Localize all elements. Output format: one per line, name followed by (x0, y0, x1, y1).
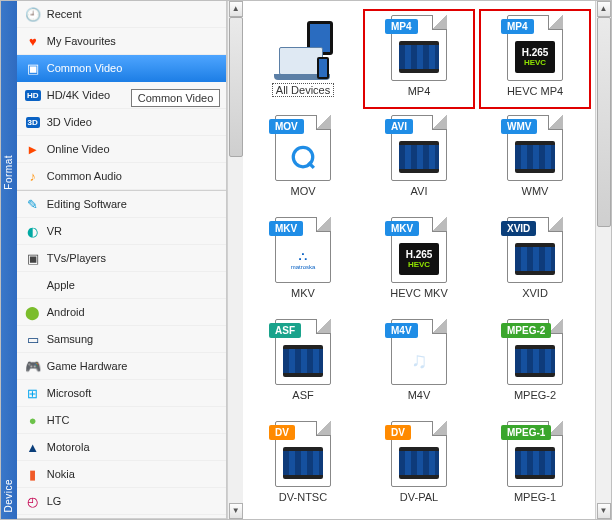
format-thumb (515, 243, 555, 275)
sidebar-item-tvs-players[interactable]: ▣TVs/Players (17, 245, 227, 272)
sidebar-item-game-hardware[interactable]: 🎮Game Hardware (17, 353, 227, 380)
format-tile-mov[interactable]: MOVMOV (247, 111, 359, 211)
format-thumb (515, 447, 555, 479)
sidebar-item-label: LG (47, 495, 62, 507)
format-tile-all-devices[interactable]: All Devices (247, 9, 359, 109)
sidebar-item-apple[interactable]: Apple (17, 272, 227, 299)
scroll-down-button[interactable]: ▼ (229, 503, 243, 519)
vr-icon: ◐ (25, 223, 41, 239)
sidebar-item-label: Game Hardware (47, 360, 128, 372)
audio-icon: ♪ (25, 168, 41, 184)
rail-device[interactable]: Device (3, 196, 14, 519)
scroll-up-button[interactable]: ▲ (229, 1, 243, 17)
sidebar-item-label: My Favourites (47, 35, 116, 47)
format-tile-label: WMV (522, 185, 549, 197)
scroll-down-button[interactable]: ▼ (597, 503, 611, 519)
file-icon: ASF (275, 319, 331, 385)
sidebar-item-nokia[interactable]: ▮Nokia (17, 461, 227, 488)
format-tile-label: M4V (408, 389, 431, 401)
file-icon: XVID (507, 217, 563, 283)
sidebar-item-htc[interactable]: ●HTC (17, 407, 227, 434)
format-tag: WMV (501, 119, 537, 134)
format-tile-asf[interactable]: ASFASF (247, 315, 359, 415)
sidebar-item-recent[interactable]: 🕘Recent (17, 1, 227, 28)
sidebar-item-lg[interactable]: ◴LG (17, 488, 227, 515)
sidebar-item-label: Online Video (47, 143, 110, 155)
format-thumb: H.265HEVC (399, 243, 439, 275)
scroll-thumb[interactable] (597, 17, 611, 227)
common-video-icon: ▣ (25, 60, 41, 76)
category-rail: Format Device (1, 1, 17, 519)
sidebar-item-android[interactable]: ⬤Android (17, 299, 227, 326)
format-tag: MKV (269, 221, 303, 236)
sidebar-item-blackberry[interactable]: ▪BlackBerry (17, 515, 227, 519)
sidebar-item-motorola[interactable]: ▲Motorola (17, 434, 227, 461)
3d-icon: 3D (25, 114, 41, 130)
sidebar-item-label: Editing Software (47, 198, 127, 210)
sidebar-item-samsung[interactable]: ▭Samsung (17, 326, 227, 353)
format-tile-avi[interactable]: AVIAVI (363, 111, 475, 211)
format-tile-xvid[interactable]: XVIDXVID (479, 213, 591, 313)
file-icon: WMV (507, 115, 563, 181)
format-tile-label: DV-PAL (400, 491, 438, 503)
format-thumb (399, 141, 439, 173)
format-thumb: ♫ (399, 345, 439, 377)
format-tile-mpeg-2[interactable]: MPEG-2MPEG-2 (479, 315, 591, 415)
format-tile-wmv[interactable]: WMVWMV (479, 111, 591, 211)
format-thumb: ⛬matroska (283, 243, 323, 275)
file-icon: DV (275, 421, 331, 487)
sidebar-item-label: Motorola (47, 441, 90, 453)
sidebar-item-microsoft[interactable]: ⊞Microsoft (17, 380, 227, 407)
file-icon: AVI (391, 115, 447, 181)
format-tile-dv-ntsc[interactable]: DVDV-NTSC (247, 417, 359, 517)
content-scrollbar[interactable]: ▲ ▼ (595, 1, 611, 519)
editing-icon: ✎ (25, 196, 41, 212)
motorola-icon: ▲ (25, 439, 41, 455)
sidebar-item-label: 3D Video (47, 116, 92, 128)
format-tag: MOV (269, 119, 304, 134)
sidebar-item-3d-video[interactable]: 3D3D Video (17, 109, 227, 136)
sidebar-item-online-video[interactable]: ►Online Video (17, 136, 227, 163)
tooltip: Common Video (131, 89, 221, 107)
sidebar-item-vr[interactable]: ◐VR (17, 218, 227, 245)
scroll-track[interactable] (229, 17, 243, 503)
rail-format[interactable]: Format (3, 1, 14, 196)
scroll-up-button[interactable]: ▲ (597, 1, 611, 17)
format-tile-label: ASF (292, 389, 313, 401)
rail-device-label: Device (3, 473, 14, 519)
sidebar-scrollbar[interactable]: ▲ ▼ (227, 1, 243, 519)
format-thumb (515, 345, 555, 377)
sidebar-item-label: Common Video (47, 62, 123, 74)
sidebar-item-my-favourites[interactable]: ♥My Favourites (17, 28, 227, 55)
format-tile-hevc-mkv[interactable]: MKVH.265HEVCHEVC MKV (363, 213, 475, 313)
format-tile-label: MOV (290, 185, 315, 197)
file-icon: MKVH.265HEVC (391, 217, 447, 283)
sidebar-item-common-video[interactable]: ▣Common Video (17, 55, 227, 82)
format-tile-m4v[interactable]: M4V♫M4V (363, 315, 475, 415)
sidebar-item-common-audio[interactable]: ♪Common Audio (17, 163, 227, 190)
file-icon: MOV (275, 115, 331, 181)
format-tile-mkv[interactable]: MKV⛬matroskaMKV (247, 213, 359, 313)
format-thumb (515, 141, 555, 173)
format-tag: MP4 (501, 19, 534, 34)
format-tile-mpeg-1[interactable]: MPEG-1MPEG-1 (479, 417, 591, 517)
format-tile-mp4[interactable]: MP4MP4 (363, 9, 475, 109)
file-icon: MPEG-1 (507, 421, 563, 487)
format-tile-dv-pal[interactable]: DVDV-PAL (363, 417, 475, 517)
file-icon: MP4 (391, 15, 447, 81)
format-thumb: H.265HEVC (515, 41, 555, 73)
format-tile-label: DV-NTSC (279, 491, 327, 503)
scroll-thumb[interactable] (229, 17, 243, 157)
format-tag: M4V (385, 323, 418, 338)
format-tile-label: AVI (411, 185, 428, 197)
hd-icon: HD (25, 87, 41, 103)
content-area: All DevicesMP4MP4MP4H.265HEVCHEVC MP4MOV… (243, 1, 611, 519)
scroll-track[interactable] (597, 17, 611, 503)
format-tile-label: All Devices (272, 83, 334, 97)
format-tile-label: MKV (291, 287, 315, 299)
format-thumb (283, 141, 323, 173)
format-tag: DV (385, 425, 411, 440)
apple-icon (25, 277, 41, 293)
sidebar-item-editing-software[interactable]: ✎Editing Software (17, 191, 227, 218)
format-tile-hevc-mp4[interactable]: MP4H.265HEVCHEVC MP4 (479, 9, 591, 109)
